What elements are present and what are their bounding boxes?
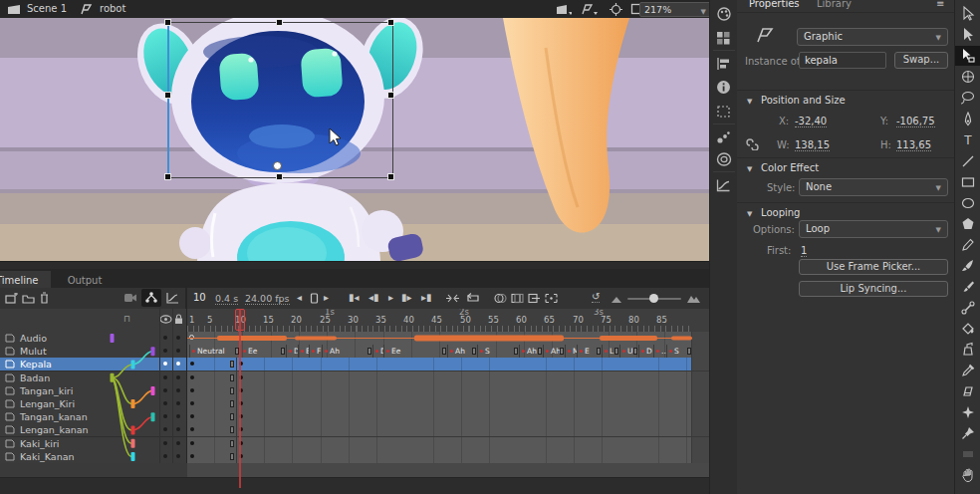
frame-row-kepala[interactable]: [187, 358, 709, 371]
transform-handle-mid-left[interactable]: [164, 92, 171, 99]
edit-scene-icon[interactable]: [556, 4, 572, 15]
position-size-header[interactable]: Position and Size: [761, 95, 846, 106]
use-frame-picker-button[interactable]: Use Frame Picker...: [799, 259, 948, 275]
reset-timeline-zoom-icon[interactable]: ↺: [592, 291, 600, 303]
edit-symbols-icon[interactable]: [582, 4, 598, 15]
symbol-type-dropdown[interactable]: Graphic ▼: [797, 28, 948, 46]
frame-row-lengan-kiri[interactable]: [187, 397, 709, 411]
transform-handle-bottom-center[interactable]: [276, 173, 283, 180]
delete-layer-icon[interactable]: [39, 292, 50, 304]
scene-breadcrumb[interactable]: Scene 1: [27, 3, 67, 14]
transformation-point[interactable]: [273, 161, 282, 170]
new-folder-icon[interactable]: [22, 293, 35, 304]
collapse-triangle-icon[interactable]: ▼: [747, 165, 752, 173]
text-tool[interactable]: T: [955, 130, 980, 150]
frame-row-badan[interactable]: [187, 371, 709, 385]
creative-cloud-icon[interactable]: [716, 151, 732, 170]
selection-bounding-box[interactable]: [167, 22, 393, 178]
center-stage-icon[interactable]: [610, 3, 622, 16]
paint-bucket-tool[interactable]: [955, 319, 980, 339]
zoom-out-timeline-icon[interactable]: [612, 296, 621, 303]
transform-handle-top-center[interactable]: [276, 19, 283, 26]
onion-skin-outline-icon[interactable]: [511, 293, 524, 304]
collapse-triangle-icon[interactable]: ▼: [747, 210, 752, 218]
tab-output[interactable]: Output: [56, 271, 115, 289]
first-frame-value[interactable]: 1: [801, 245, 807, 257]
align-panel-icon[interactable]: [716, 56, 731, 75]
lock-column-icon[interactable]: [174, 314, 183, 325]
tab-timeline[interactable]: Timeline: [0, 271, 51, 289]
step-forward-icon[interactable]: ▸: [324, 292, 329, 303]
zoom-in-timeline-icon[interactable]: [687, 294, 700, 303]
w-value[interactable]: 138,15: [795, 139, 830, 151]
h-value[interactable]: 113,65: [896, 139, 931, 151]
graph-editor-icon[interactable]: [166, 292, 179, 304]
transform-handle-bottom-left[interactable]: [164, 173, 171, 180]
prev-frame-icon[interactable]: ◂▮: [368, 292, 379, 303]
pin-tool[interactable]: [955, 423, 980, 443]
frame-row-lengan-kanan[interactable]: [187, 423, 709, 437]
eye-column-icon[interactable]: [159, 315, 172, 324]
timeline-ruler[interactable]: 1s 2s 3s 1 5 10 15 20 25 30 35 40 45 50 …: [187, 309, 709, 333]
edit-multiple-frames-icon[interactable]: [528, 293, 541, 304]
frame-row-tangan-kanan[interactable]: [187, 410, 709, 424]
frame-row-kaki-kanan[interactable]: [187, 450, 709, 464]
oval-tool[interactable]: [955, 193, 980, 213]
style-dropdown[interactable]: None ▼: [799, 178, 948, 196]
rectangle-tool[interactable]: [955, 172, 980, 192]
camera-icon[interactable]: [123, 293, 137, 303]
info-panel-icon[interactable]: [716, 80, 731, 99]
pen-tool[interactable]: [955, 110, 980, 129]
panel-menu-icon[interactable]: ≡: [936, 0, 944, 9]
asset-warp-tool[interactable]: [955, 402, 980, 422]
step-back-icon[interactable]: ◂: [297, 292, 302, 303]
hand-tool[interactable]: [955, 465, 980, 485]
polystar-tool[interactable]: [955, 214, 980, 234]
center-frame-icon[interactable]: [446, 293, 459, 304]
link-dimensions-icon[interactable]: [745, 137, 759, 150]
next-frame-icon[interactable]: ▮▸: [401, 292, 412, 303]
transform-handle-bottom-right[interactable]: [387, 173, 394, 180]
line-tool[interactable]: [955, 151, 980, 171]
looping-header[interactable]: Looping: [761, 207, 800, 218]
selection-tool[interactable]: [955, 4, 980, 24]
brush-library-panel-icon[interactable]: [716, 129, 731, 148]
transform-handle-top-left[interactable]: [164, 19, 171, 26]
subselection-tool[interactable]: [955, 25, 980, 45]
transform-handle-top-right[interactable]: [387, 19, 394, 26]
width-tool[interactable]: [955, 444, 980, 464]
gradient-transform-tool[interactable]: [955, 67, 980, 87]
pencil-tool[interactable]: [955, 235, 980, 255]
frame-row-audio[interactable]: [187, 332, 709, 346]
classic-brush-tool[interactable]: [955, 277, 980, 297]
y-value[interactable]: -106,75: [896, 116, 935, 127]
stage-canvas[interactable]: [0, 18, 709, 261]
go-first-frame-icon[interactable]: ▮◂: [349, 292, 360, 303]
tab-library[interactable]: Library: [817, 0, 852, 9]
modify-markers-icon[interactable]: [545, 293, 558, 304]
frame-row-kaki-kiri[interactable]: [187, 437, 709, 451]
insert-layer-icon[interactable]: [5, 293, 18, 304]
go-last-frame-icon[interactable]: ▸▮: [421, 292, 432, 303]
onion-skin-icon[interactable]: [494, 293, 507, 304]
frame-row-tangan-kiri[interactable]: [187, 384, 709, 398]
frame-rate[interactable]: 24.00 fps: [245, 293, 290, 305]
loop-playback-icon[interactable]: [466, 293, 480, 304]
swap-button[interactable]: Swap...: [894, 52, 948, 69]
color-panel-icon[interactable]: [716, 6, 732, 25]
paint-brush-tool[interactable]: [955, 256, 980, 276]
tab-properties[interactable]: Properties: [749, 0, 800, 9]
elapsed-time[interactable]: 0.4 s: [215, 293, 238, 305]
ink-bottle-tool[interactable]: [955, 340, 980, 360]
lip-syncing-button[interactable]: Lip Syncing...: [799, 281, 948, 297]
transform-panel-icon[interactable]: [716, 104, 731, 123]
eyedropper-tool[interactable]: [955, 361, 980, 380]
transform-handle-mid-right[interactable]: [387, 92, 394, 99]
x-value[interactable]: -32,40: [795, 116, 827, 127]
play-icon[interactable]: ▸: [388, 292, 393, 303]
timeline-zoom-knob[interactable]: [649, 294, 658, 303]
layer-parenting-toggle[interactable]: [141, 289, 161, 307]
zoom-level-select[interactable]: 217% ▼: [639, 2, 711, 17]
swatches-panel-icon[interactable]: [716, 30, 731, 49]
eraser-tool[interactable]: [955, 381, 980, 401]
